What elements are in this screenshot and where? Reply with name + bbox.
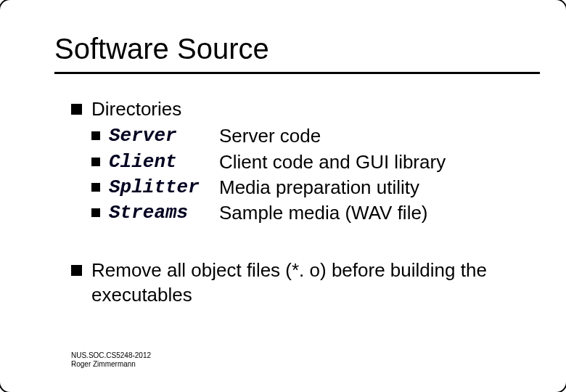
bullet-directories-label: Directories bbox=[91, 98, 181, 120]
slide-footer: NUS.SOC.CS5248-2012 Roger Zimmermann bbox=[71, 351, 151, 369]
corner-bottom-right bbox=[543, 369, 566, 392]
directory-list: Server Server code Client Client code an… bbox=[91, 124, 522, 225]
footer-line-1: NUS.SOC.CS5248-2012 bbox=[71, 351, 151, 360]
bullet-remove-note-text: Remove all object files (*. o) before bu… bbox=[91, 259, 487, 305]
dir-desc: Server code bbox=[219, 124, 522, 148]
bullet-remove-note: Remove all object files (*. o) before bu… bbox=[71, 258, 522, 307]
dir-name: Splitter bbox=[109, 176, 219, 200]
dir-desc: Media preparation utility bbox=[219, 176, 522, 200]
dir-name: Streams bbox=[109, 201, 219, 225]
slide-body: Directories Server Server code Client Cl… bbox=[71, 97, 522, 310]
list-item: Streams Sample media (WAV file) bbox=[91, 201, 522, 225]
corner-top-left bbox=[0, 0, 23, 23]
dir-name: Client bbox=[109, 150, 219, 174]
dir-name: Server bbox=[109, 124, 219, 148]
footer-line-2: Roger Zimmermann bbox=[71, 360, 151, 369]
bullet-directories: Directories bbox=[71, 97, 522, 121]
dir-desc: Sample media (WAV file) bbox=[219, 201, 522, 225]
list-item: Client Client code and GUI library bbox=[91, 150, 522, 174]
list-item: Splitter Media preparation utility bbox=[91, 176, 522, 200]
list-item: Server Server code bbox=[91, 124, 522, 148]
dir-desc: Client code and GUI library bbox=[219, 150, 522, 174]
corner-bottom-left bbox=[0, 369, 23, 392]
title-rule bbox=[54, 72, 540, 74]
corner-top-right bbox=[543, 0, 566, 23]
slide: Software Source Directories Server Serve… bbox=[0, 0, 566, 392]
slide-title: Software Source bbox=[54, 33, 269, 65]
